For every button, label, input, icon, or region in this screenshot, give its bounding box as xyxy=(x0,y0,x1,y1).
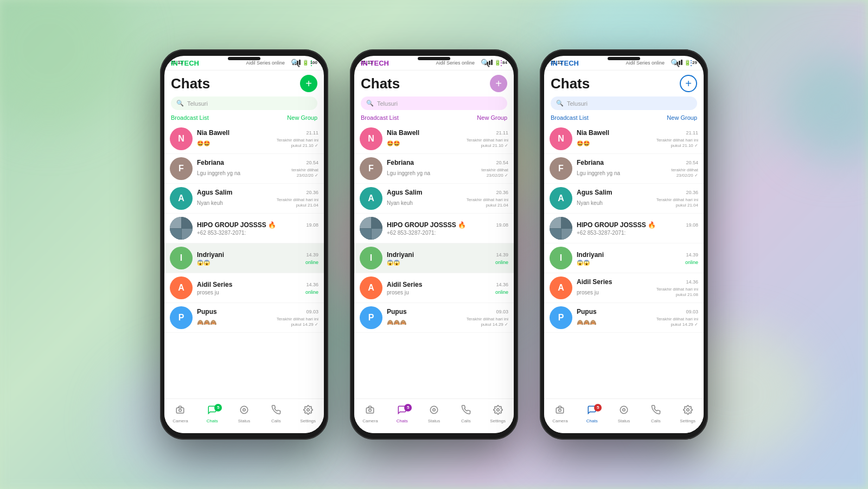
menu-icon-btn[interactable]: ⋮ xyxy=(495,57,507,69)
nav-item-status[interactable]: Status xyxy=(418,405,450,423)
menu-icon-btn[interactable]: ⋮ xyxy=(305,57,317,69)
chat-status: terakhir dilihat 23/02/20 ✓ xyxy=(275,168,318,178)
chat-time: 20.36 xyxy=(496,190,508,195)
chat-status: Terakhir dilihat hari ini pukul 21.10 ✓ xyxy=(465,138,508,148)
chat-name: Nia Bawell xyxy=(387,129,419,137)
chat-time: 21.11 xyxy=(496,130,508,136)
search-icon-btn[interactable]: 🔍 xyxy=(669,57,681,69)
add-chat-button[interactable]: + xyxy=(490,75,507,92)
chat-status: Terakhir dilihat hari ini pukul 21.10 ✓ xyxy=(655,138,698,148)
nav-item-settings[interactable]: Settings xyxy=(482,405,514,423)
nav-item-camera[interactable]: Camera xyxy=(544,405,576,423)
new-group-label[interactable]: New Group xyxy=(667,114,697,121)
chat-list-item[interactable]: F Febriana 20.54 Lgu inggreh yg na terak… xyxy=(164,154,324,184)
online-user-text: Aidil Series online xyxy=(626,60,665,66)
chat-message: 🙈🙈🙈 xyxy=(387,319,406,325)
chat-list-item[interactable]: P Pupus 09.03 🙈🙈🙈 Terakhir dilihat hari … xyxy=(544,303,704,333)
nav-item-calls[interactable]: Calls xyxy=(640,405,672,423)
nav-item-chats[interactable]: 5 Chats xyxy=(386,405,418,423)
svg-point-14 xyxy=(686,408,689,411)
chat-msg-row: Lgu inggreh yg na terakhir dilihat 23/02… xyxy=(387,168,508,178)
chat-list-item[interactable]: I Indriyani 14.39 😱😱 online xyxy=(164,243,324,273)
new-group-label[interactable]: New Group xyxy=(477,114,507,121)
chat-list-item[interactable]: HIPO GROUP JOSSSS 🔥 19.08 +62 853-3287-2… xyxy=(354,214,514,243)
nav-item-camera[interactable]: Camera xyxy=(164,405,196,423)
broadcast-list-label[interactable]: Broadcast List xyxy=(361,114,399,121)
search-icon-btn[interactable]: 🔍 xyxy=(479,57,491,69)
avatar xyxy=(360,217,382,240)
chat-list-item[interactable]: HIPO GROUP JOSSSS 🔥 19.08 +62 853-3287-2… xyxy=(164,214,324,243)
nav-item-status[interactable]: Status xyxy=(608,405,640,423)
chat-list-item[interactable]: P Pupus 09.03 🙈🙈🙈 Terakhir dilihat hari … xyxy=(164,303,324,333)
chat-info: Febriana 20.54 Lgu inggreh yg na terakhi… xyxy=(577,159,698,178)
nav-item-calls[interactable]: Calls xyxy=(450,405,482,423)
chat-time: 09.03 xyxy=(496,309,508,314)
nav-label-status: Status xyxy=(238,419,251,423)
chat-status: Terakhir dilihat hari ini pukul 21.04 xyxy=(275,197,318,208)
search-bar[interactable]: 🔍 Telusuri xyxy=(171,96,317,110)
search-bar[interactable]: 🔍 Telusuri xyxy=(551,96,697,110)
page-title-row: Chats + xyxy=(544,70,704,94)
nav-item-status[interactable]: Status xyxy=(228,405,260,423)
broadcast-list-label[interactable]: Broadcast List xyxy=(551,114,589,121)
chat-msg-row: proses ju online xyxy=(197,289,318,295)
chat-msg-row: 😱😱 online xyxy=(577,260,698,266)
chat-time: 14.36 xyxy=(496,282,508,287)
chat-list: N Nia Bawell 21.11 🤩🤩 Terakhir dilihat h… xyxy=(544,124,704,398)
chat-time: 14.39 xyxy=(686,252,698,258)
chat-list-item[interactable]: I Indriyani 14.39 😱😱 online xyxy=(354,243,514,273)
chat-name: Pupus xyxy=(197,308,217,316)
nav-item-camera[interactable]: Camera xyxy=(354,405,386,423)
nav-label-chats: Chats xyxy=(207,419,218,423)
chat-time: 14.36 xyxy=(306,282,318,287)
chat-name: Indriyani xyxy=(197,251,224,259)
chat-msg-row: +62 853-3287-2071: xyxy=(387,230,508,236)
chat-info: Febriana 20.54 Lgu inggreh yg na terakhi… xyxy=(197,159,318,178)
svg-point-2 xyxy=(240,406,248,414)
chat-list-item[interactable]: P Pupus 09.03 🙈🙈🙈 Terakhir dilihat hari … xyxy=(354,303,514,333)
avatar: P xyxy=(360,306,382,329)
add-chat-button[interactable]: + xyxy=(300,75,317,92)
chat-name-row: Aidil Series 14.36 xyxy=(197,281,318,288)
search-placeholder: Telusuri xyxy=(187,100,208,107)
phone-notch xyxy=(418,57,450,60)
svg-point-7 xyxy=(430,406,438,414)
chat-message: +62 853-3287-2071: xyxy=(387,230,436,236)
chat-list-item[interactable]: N Nia Bawell 21.11 🤩🤩 Terakhir dilihat h… xyxy=(354,124,514,154)
chat-msg-row: 😱😱 online xyxy=(387,260,508,266)
chat-name-row: Nia Bawell 21.11 xyxy=(197,129,318,137)
chat-list-item[interactable]: A Aidil Series 14.36 proses ju online xyxy=(164,273,324,303)
nav-item-chats[interactable]: 5 Chats xyxy=(576,405,608,423)
chat-list-item[interactable]: A Agus Salim 20.36 Nyan keuh Terakhir di… xyxy=(164,184,324,214)
chat-list-item[interactable]: A Agus Salim 20.36 Nyan keuh Terakhir di… xyxy=(544,184,704,214)
search-icon-btn[interactable]: 🔍 xyxy=(289,57,301,69)
chat-list-item[interactable]: F Febriana 20.54 Lgu inggreh yg na terak… xyxy=(354,154,514,184)
chat-time: 19.08 xyxy=(686,222,698,228)
broadcast-list-label[interactable]: Broadcast List xyxy=(171,114,209,121)
chat-list-item[interactable]: N Nia Bawell 21.11 🤩🤩 Terakhir dilihat h… xyxy=(164,124,324,154)
nav-item-settings[interactable]: Settings xyxy=(292,405,324,423)
nav-item-calls[interactable]: Calls xyxy=(260,405,292,423)
avatar: A xyxy=(550,276,572,299)
menu-icon-btn[interactable]: ⋮ xyxy=(685,57,697,69)
nav-item-chats[interactable]: 5 Chats xyxy=(196,405,228,423)
bottom-nav: Camera 5 Chats Status Calls Settings xyxy=(164,398,324,433)
add-chat-button[interactable]: + xyxy=(680,75,697,92)
chat-list-item[interactable]: HIPO GROUP JOSSSS 🔥 19.08 +62 853-3287-2… xyxy=(544,214,704,243)
chat-name-row: HIPO GROUP JOSSSS 🔥 19.08 xyxy=(387,221,508,229)
chat-msg-row: Lgu inggreh yg na terakhir dilihat 23/02… xyxy=(577,168,698,178)
chat-info: Pupus 09.03 🙈🙈🙈 Terakhir dilihat hari in… xyxy=(577,308,698,327)
chat-list-item[interactable]: A Aidil Series 14.36 proses ju Terakhir … xyxy=(544,273,704,303)
chat-message: Lgu inggreh yg na xyxy=(387,170,430,176)
chat-list-item[interactable]: N Nia Bawell 21.11 🤩🤩 Terakhir dilihat h… xyxy=(544,124,704,154)
chat-list-item[interactable]: I Indriyani 14.39 😱😱 online xyxy=(544,243,704,273)
chat-list-item[interactable]: F Febriana 20.54 Lgu inggreh yg na terak… xyxy=(544,154,704,184)
chat-message: Lgu inggreh yg na xyxy=(197,170,240,176)
nav-item-settings[interactable]: Settings xyxy=(672,405,704,423)
chat-list-item[interactable]: A Agus Salim 20.36 Nyan keuh Terakhir di… xyxy=(354,184,514,214)
svg-point-8 xyxy=(433,408,436,411)
chat-msg-row: +62 853-3287-2071: xyxy=(197,230,318,236)
new-group-label[interactable]: New Group xyxy=(287,114,317,121)
chat-list-item[interactable]: A Aidil Series 14.36 proses ju online xyxy=(354,273,514,303)
search-bar[interactable]: 🔍 Telusuri xyxy=(361,96,507,110)
